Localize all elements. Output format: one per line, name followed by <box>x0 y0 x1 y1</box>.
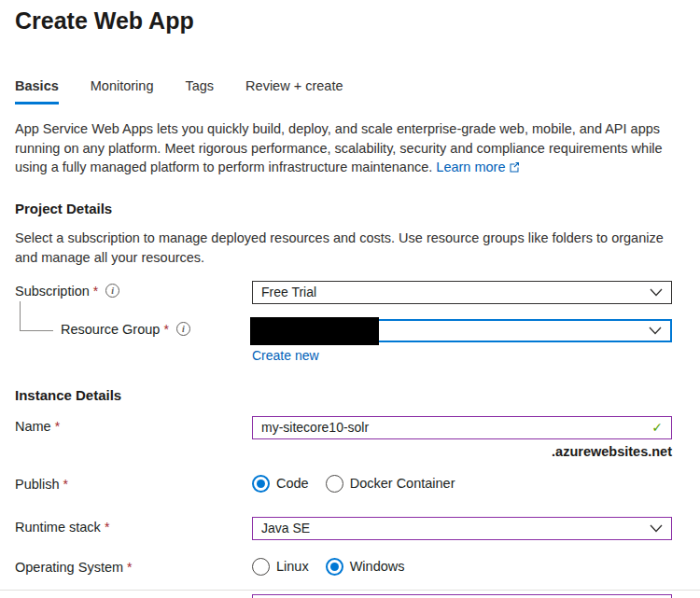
runtime-stack-value: Java SE <box>261 521 642 535</box>
radio-code-label: Code <box>276 476 309 491</box>
instance-details-heading: Instance Details <box>15 387 685 403</box>
intro-paragraph: App Service Web Apps lets you quickly bu… <box>15 119 685 178</box>
radio-selected-icon <box>252 475 270 493</box>
create-web-app-form: Create Web App Basics Monitoring Tags Re… <box>0 0 700 598</box>
radio-unselected-icon <box>252 558 270 576</box>
tab-basics[interactable]: Basics <box>15 78 59 104</box>
external-link-icon <box>509 159 520 178</box>
project-details-description: Select a subscription to manage deployed… <box>15 229 685 268</box>
name-row: Name * my-sitecore10-solr ✓ .azurewebsit… <box>15 416 685 459</box>
radio-unselected-icon <box>326 475 343 493</box>
resource-group-select[interactable] <box>252 319 672 342</box>
radio-linux-label: Linux <box>276 559 309 574</box>
publish-row: Publish * Code Docker Container <box>15 474 685 493</box>
subscription-row: Subscription * i Free Trial <box>15 281 685 304</box>
publish-radio-group: Code Docker Container <box>252 474 672 493</box>
operating-system-row: Operating System * Linux Windows <box>15 557 685 576</box>
subscription-select[interactable]: Free Trial <box>252 281 672 304</box>
info-icon[interactable]: i <box>176 322 190 336</box>
tab-review-create[interactable]: Review + create <box>245 78 343 104</box>
subscription-label: Subscription <box>15 284 90 299</box>
tab-bar: Basics Monitoring Tags Review + create <box>15 78 685 104</box>
region-select[interactable]: West US <box>252 594 672 598</box>
runtime-stack-row: Runtime stack * Java SE <box>15 517 685 540</box>
runtime-stack-select[interactable]: Java SE <box>252 517 672 540</box>
radio-selected-icon <box>326 558 343 576</box>
learn-more-link[interactable]: Learn more <box>436 160 519 174</box>
resource-group-label: Resource Group <box>61 322 160 337</box>
intro-text: App Service Web Apps lets you quickly bu… <box>15 121 663 174</box>
create-new-link[interactable]: Create new <box>252 348 319 363</box>
resource-group-row: Resource Group * i Create new <box>15 319 685 363</box>
tab-tags[interactable]: Tags <box>185 78 214 104</box>
runtime-stack-label: Runtime stack <box>15 520 101 535</box>
bottom-divider <box>0 590 700 591</box>
valid-check-icon: ✓ <box>651 420 663 435</box>
info-icon[interactable]: i <box>105 284 119 298</box>
required-asterisk: * <box>55 419 60 434</box>
project-details-heading: Project Details <box>15 201 685 216</box>
subscription-value: Free Trial <box>261 285 642 299</box>
required-asterisk: * <box>93 284 98 299</box>
publish-label: Publish <box>15 477 60 492</box>
radio-windows-label: Windows <box>350 559 405 574</box>
radio-docker-container[interactable]: Docker Container <box>326 475 455 493</box>
name-value: my-sitecore10-solr <box>261 420 644 435</box>
redaction-box <box>250 317 379 345</box>
required-asterisk: * <box>127 560 132 575</box>
operating-system-label: Operating System <box>15 560 123 575</box>
required-asterisk: * <box>163 322 168 337</box>
required-asterisk: * <box>105 520 109 535</box>
radio-docker-label: Docker Container <box>350 476 455 491</box>
required-asterisk: * <box>63 477 68 492</box>
chevron-down-icon <box>650 521 663 535</box>
os-radio-group: Linux Windows <box>252 557 672 576</box>
radio-windows[interactable]: Windows <box>326 558 405 576</box>
resource-group-connector <box>20 301 53 331</box>
radio-code[interactable]: Code <box>252 475 309 493</box>
page-title: Create Web App <box>15 0 685 35</box>
chevron-down-icon <box>649 323 662 338</box>
radio-linux[interactable]: Linux <box>252 558 309 576</box>
name-input[interactable]: my-sitecore10-solr ✓ <box>252 416 672 439</box>
chevron-down-icon <box>650 285 663 299</box>
domain-suffix: .azurewebsites.net <box>252 444 672 459</box>
name-label: Name <box>15 419 51 434</box>
region-row: Region * West US i Not finding your App … <box>15 594 685 598</box>
tab-monitoring[interactable]: Monitoring <box>91 78 154 104</box>
